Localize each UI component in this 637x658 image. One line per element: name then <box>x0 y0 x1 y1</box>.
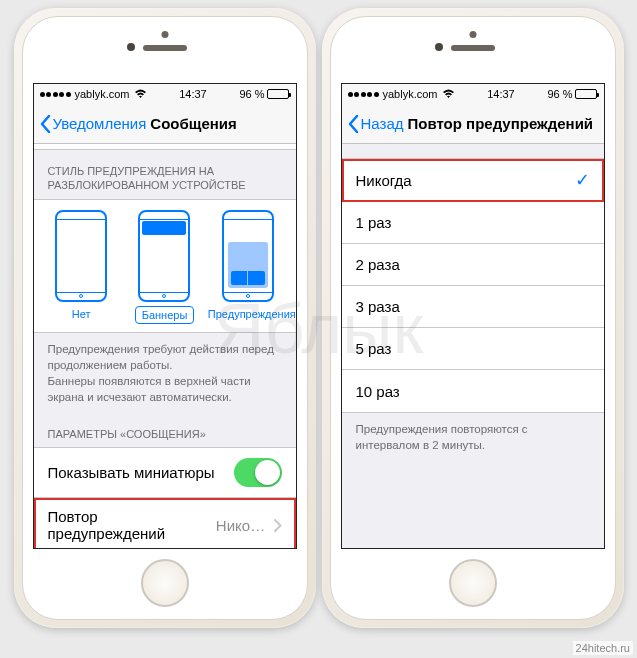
proximity-sensor <box>469 31 476 38</box>
option-label: 3 раза <box>356 298 400 315</box>
content-scroll[interactable]: Никогда ✓ 1 раз 2 раза 3 раза <box>342 144 604 548</box>
screen-left: yablyk.com 14:37 96 % <box>33 83 297 549</box>
credit-label: 24hitech.ru <box>573 641 633 655</box>
status-time: 14:37 <box>179 88 207 100</box>
content-scroll[interactable]: СТИЛЬ ПРЕДУПРЕЖДЕНИЯ НА РАЗБЛОКИРОВАННОМ… <box>34 144 296 548</box>
style-none-icon <box>55 210 107 302</box>
phone-inner: yablyk.com 14:37 96 % <box>330 16 616 620</box>
section-header-params: ПАРАМЕТРЫ «СООБЩЕНИЯ» <box>34 413 296 447</box>
proximity-sensor <box>161 31 168 38</box>
back-button[interactable]: Уведомления <box>40 115 147 133</box>
phone-frame-right: yablyk.com 14:37 96 % <box>322 8 624 628</box>
style-label-none: Нет <box>72 308 91 320</box>
wifi-icon <box>442 89 455 99</box>
status-time: 14:37 <box>487 88 515 100</box>
option-label: 1 раз <box>356 214 392 231</box>
signal-dots-icon <box>40 92 71 97</box>
style-label-alerts: Предупреждения <box>208 308 296 320</box>
show-previews-label: Показывать миниатюры <box>48 464 215 481</box>
section-header-style: СТИЛЬ ПРЕДУПРЕЖДЕНИЯ НА РАЗБЛОКИРОВАННОМ… <box>34 150 296 199</box>
truncated-row <box>34 144 296 150</box>
style-alerts-icon <box>222 210 274 302</box>
repeat-alerts-cell[interactable]: Повтор предупреждений Никог… <box>34 498 296 548</box>
status-bar: yablyk.com 14:37 96 % <box>342 84 604 104</box>
repeat-option-10[interactable]: 10 раз <box>342 370 604 412</box>
battery-icon <box>267 89 289 99</box>
repeat-option-5[interactable]: 5 раз <box>342 328 604 370</box>
style-option-alerts[interactable]: Предупреждения <box>208 210 288 324</box>
repeat-options-group: Никогда ✓ 1 раз 2 раза 3 раза <box>342 158 604 413</box>
status-bar: yablyk.com 14:37 96 % <box>34 84 296 104</box>
carrier-label: yablyk.com <box>75 88 130 100</box>
nav-bar: Назад Повтор предупреждений <box>342 104 604 144</box>
repeat-alerts-label: Повтор предупреждений <box>48 508 216 542</box>
front-camera <box>127 43 135 51</box>
phone-frame-left: yablyk.com 14:37 96 % <box>14 8 316 628</box>
wifi-icon <box>134 89 147 99</box>
option-label: Никогда <box>356 172 412 189</box>
option-label: 5 раз <box>356 340 392 357</box>
repeat-footer: Предупреждения повторяются с интервалом … <box>342 413 604 461</box>
style-label-banners: Баннеры <box>135 306 195 324</box>
back-label: Уведомления <box>53 115 147 132</box>
chevron-left-icon <box>40 115 51 133</box>
repeat-option-2[interactable]: 2 раза <box>342 244 604 286</box>
home-button[interactable] <box>141 559 189 607</box>
option-label: 10 раз <box>356 383 400 400</box>
repeat-option-3[interactable]: 3 раза <box>342 286 604 328</box>
screen-right: yablyk.com 14:37 96 % <box>341 83 605 549</box>
params-group: Показывать миниатюры Повтор предупрежден… <box>34 447 296 548</box>
phone-inner: yablyk.com 14:37 96 % <box>22 16 308 620</box>
carrier-label: yablyk.com <box>383 88 438 100</box>
chevron-left-icon <box>348 115 359 133</box>
style-banners-icon <box>138 210 190 302</box>
style-option-none[interactable]: Нет <box>41 210 121 324</box>
battery-icon <box>575 89 597 99</box>
checkmark-icon: ✓ <box>575 169 590 191</box>
front-camera <box>435 43 443 51</box>
nav-title: Повтор предупреждений <box>407 115 593 132</box>
option-label: 2 раза <box>356 256 400 273</box>
repeat-option-1[interactable]: 1 раз <box>342 202 604 244</box>
speaker-grille <box>143 45 187 51</box>
nav-bar: Уведомления Сообщения <box>34 104 296 144</box>
battery-percent: 96 % <box>239 88 264 100</box>
battery-percent: 96 % <box>547 88 572 100</box>
signal-dots-icon <box>348 92 379 97</box>
repeat-option-never[interactable]: Никогда ✓ <box>342 159 604 202</box>
nav-title: Сообщения <box>150 115 236 132</box>
show-previews-cell[interactable]: Показывать миниатюры <box>34 448 296 498</box>
repeat-alerts-value: Никог… <box>216 517 270 534</box>
back-button[interactable]: Назад <box>348 115 404 133</box>
speaker-grille <box>451 45 495 51</box>
back-label: Назад <box>361 115 404 132</box>
chevron-right-icon <box>274 519 282 532</box>
show-previews-switch[interactable] <box>234 458 282 487</box>
home-button[interactable] <box>449 559 497 607</box>
alert-style-picker: Нет Баннеры <box>34 199 296 333</box>
style-option-banners[interactable]: Баннеры <box>124 210 204 324</box>
style-footer: Предупреждения требуют действия перед пр… <box>34 333 296 413</box>
